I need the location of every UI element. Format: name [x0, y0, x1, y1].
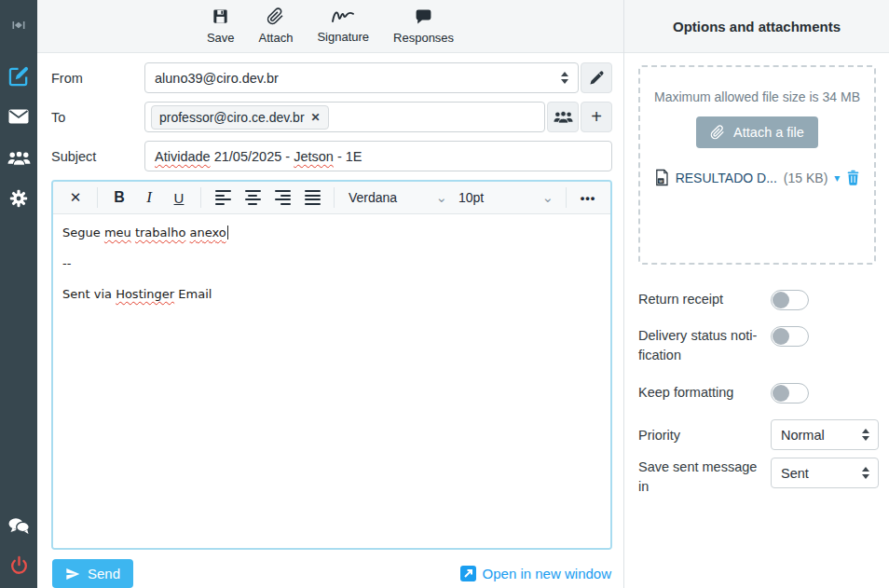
- attach-a-file-label: Attach a file: [733, 125, 804, 140]
- toggle-knob: [773, 328, 789, 345]
- attach-button[interactable]: Attach: [259, 7, 294, 45]
- align-left-icon: [215, 190, 231, 205]
- settings-gear-icon[interactable]: [0, 185, 37, 212]
- save-sent-message-row: Save sent message in Sent: [638, 458, 874, 497]
- body-line: Sent via Hostinger Email: [62, 286, 601, 302]
- font-family-value: Verdana: [349, 190, 397, 205]
- underline-button[interactable]: U: [164, 185, 194, 210]
- bold-button[interactable]: B: [104, 185, 134, 210]
- delivery-status-label: Delivery status noti­fication: [638, 326, 771, 365]
- chevron-down-icon: ⌄: [435, 193, 447, 202]
- keep-formatting-row: Keep formatting: [638, 383, 874, 403]
- responses-button[interactable]: Responses: [393, 7, 454, 45]
- save-button[interactable]: Save: [207, 7, 235, 45]
- body-line: Segue meu trabalho anexo: [62, 225, 601, 240]
- from-value: aluno39@ciro.dev.br: [155, 71, 279, 86]
- divider: [200, 187, 201, 208]
- open-in-new-window-link[interactable]: Open in new window: [460, 566, 611, 581]
- delivery-status-row: Delivery status noti­fication: [638, 326, 874, 365]
- attachment-item: w RESULTADO D... (15 KB) ▾: [640, 169, 874, 186]
- priority-label: Priority: [638, 419, 771, 445]
- message-body[interactable]: Segue meu trabalho anexo -- Sent via Hos…: [53, 214, 610, 548]
- attach-a-file-button[interactable]: Attach a file: [696, 116, 818, 148]
- send-button[interactable]: Send: [52, 559, 133, 588]
- divider: [566, 187, 567, 208]
- align-center-button[interactable]: [238, 185, 267, 210]
- return-receipt-toggle[interactable]: [771, 290, 809, 310]
- align-right-icon: [275, 190, 291, 205]
- attachment-menu-caret-icon[interactable]: ▾: [834, 171, 840, 185]
- return-receipt-row: Return receipt: [638, 290, 874, 310]
- from-label: From: [51, 71, 144, 86]
- delete-attachment-trash-icon[interactable]: [846, 170, 860, 185]
- priority-row: Priority Normal: [638, 419, 874, 450]
- align-center-icon: [245, 190, 261, 205]
- save-sent-message-value: Sent: [781, 466, 809, 481]
- chat-icon[interactable]: [0, 512, 37, 540]
- responses-bubble-icon: [415, 7, 432, 28]
- italic-button[interactable]: I: [134, 185, 164, 210]
- priority-select[interactable]: Normal: [771, 419, 879, 450]
- subject-label: Subject: [51, 149, 144, 164]
- body-line: --: [62, 255, 601, 271]
- divider: [334, 187, 335, 208]
- compose-area: Save Attach Signature R: [37, 0, 623, 588]
- editor-toolbar: ✕ B I U Verdana ⌄ 10pt ⌄: [53, 182, 610, 214]
- paperclip-icon: [267, 7, 284, 28]
- from-row: From aluno39@ciro.dev.br: [51, 62, 612, 93]
- save-sent-message-select[interactable]: Sent: [771, 458, 879, 488]
- compose-form: From aluno39@ciro.dev.br To: [37, 53, 623, 588]
- compose-mail-icon[interactable]: [0, 62, 37, 89]
- mail-icon[interactable]: [0, 103, 37, 130]
- add-recipient-field-button[interactable]: +: [581, 102, 612, 132]
- attachment-name-link[interactable]: RESULTADO D...: [676, 171, 777, 185]
- options-panel-title: Options and attachments: [624, 0, 889, 53]
- priority-value: Normal: [781, 428, 825, 443]
- attachment-size: (15 KB): [784, 171, 827, 185]
- keep-formatting-toggle[interactable]: [771, 383, 809, 403]
- to-input[interactable]: professor@ciro.ce.dev.br ✕: [144, 102, 545, 132]
- logout-power-icon[interactable]: [0, 551, 37, 579]
- font-family-select[interactable]: Verdana ⌄: [341, 190, 451, 205]
- remove-formatting-button[interactable]: ✕: [61, 185, 90, 210]
- send-label: Send: [88, 566, 120, 581]
- people-icon: [554, 110, 573, 124]
- delivery-status-toggle[interactable]: [771, 326, 809, 347]
- return-receipt-label: Return receipt: [638, 290, 771, 309]
- more-tools-button[interactable]: •••: [573, 185, 603, 210]
- align-justify-button[interactable]: [297, 185, 327, 210]
- recipient-address: professor@ciro.ce.dev.br: [159, 110, 305, 125]
- collapse-sidebar-icon[interactable]: [0, 11, 37, 39]
- recipient-chip[interactable]: professor@ciro.ce.dev.br ✕: [151, 105, 329, 130]
- from-select[interactable]: aluno39@ciro.dev.br: [144, 62, 579, 93]
- subject-row: Subject Atividade 21/05/2025 - Jetson - …: [51, 141, 612, 171]
- align-right-button[interactable]: [267, 185, 297, 210]
- send-options: Return receipt Delivery status noti­fica…: [624, 265, 889, 497]
- paper-plane-icon: [65, 567, 80, 581]
- subject-input[interactable]: Atividade 21/05/2025 - Jetson - 1E: [144, 141, 612, 171]
- font-size-select[interactable]: 10pt ⌄: [451, 190, 559, 205]
- align-justify-icon: [305, 190, 321, 205]
- external-link-icon: [460, 566, 476, 581]
- align-left-button[interactable]: [208, 185, 238, 210]
- remove-recipient-icon[interactable]: ✕: [311, 111, 321, 124]
- pencil-icon: [589, 70, 605, 86]
- to-row: To professor@ciro.ce.dev.br ✕: [51, 102, 612, 132]
- add-contact-from-book-button[interactable]: [547, 102, 579, 132]
- toggle-knob: [773, 292, 789, 308]
- max-file-size-text: Maximum allowed file size is 34 MB: [640, 89, 874, 104]
- word-file-icon: w: [654, 169, 669, 186]
- message-editor: ✕ B I U Verdana ⌄ 10pt ⌄: [51, 180, 612, 550]
- attach-label: Attach: [259, 31, 294, 45]
- subject-value: Atividade 21/05/2025 - Jetson - 1E: [155, 149, 362, 164]
- edit-identity-button[interactable]: [581, 62, 612, 93]
- attachment-dropzone[interactable]: Maximum allowed file size is 34 MB Attac…: [638, 65, 876, 265]
- font-size-value: 10pt: [458, 190, 484, 205]
- contacts-icon[interactable]: [0, 144, 37, 171]
- signature-icon: [331, 7, 355, 27]
- keep-formatting-label: Keep formatting: [638, 383, 771, 403]
- responses-label: Responses: [393, 31, 454, 45]
- open-in-new-window-label: Open in new window: [483, 566, 611, 581]
- signature-button[interactable]: Signature: [317, 7, 369, 44]
- send-row: Send Open in new window: [51, 559, 612, 588]
